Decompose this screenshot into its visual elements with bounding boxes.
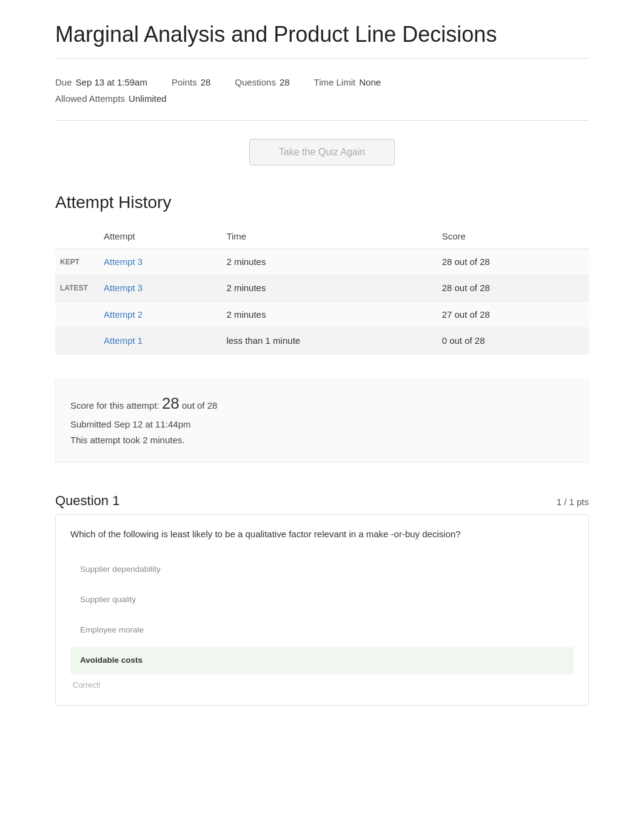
attempt-time: 2 minutes — [226, 249, 441, 275]
meta-due: Due Sep 13 at 1:59am — [55, 76, 147, 90]
score-number: 28 — [162, 394, 179, 412]
attempt-badge: KEPT — [55, 249, 104, 275]
score-summary: Score for this attempt: 28 out of 28 Sub… — [55, 379, 589, 463]
attempt-score: 27 out of 28 — [442, 301, 589, 328]
submitted-line: Submitted Sep 12 at 11:44pm — [70, 418, 574, 432]
attempt-link[interactable]: Attempt 2 — [104, 309, 143, 320]
attempt-link-cell[interactable]: Attempt 3 — [104, 275, 226, 302]
meta-questions: Questions 28 — [235, 76, 289, 90]
question-block: Question 1 1 / 1 pts Which of the follow… — [55, 485, 589, 706]
attempt-badge: LATEST — [55, 275, 104, 302]
due-value: Sep 13 at 1:59am — [76, 76, 147, 90]
page-title: Marginal Analysis and Product Line Decis… — [55, 18, 589, 59]
correct-badge: Correct! — [70, 679, 574, 691]
answer-option: Supplier quality — [70, 586, 574, 613]
question-header: Question 1 1 / 1 pts — [55, 485, 589, 514]
table-row: Attempt 2 2 minutes 27 out of 28 — [55, 301, 589, 328]
attempt-link[interactable]: Attempt 3 — [104, 283, 143, 293]
attempt-link-cell[interactable]: Attempt 3 — [104, 249, 226, 275]
meta-time-limit: Time Limit None — [314, 76, 381, 90]
meta-points: Points 28 — [172, 76, 210, 90]
points-value: 28 — [201, 76, 211, 90]
score-label: Score for this attempt: — [70, 400, 159, 411]
table-row: Attempt 1 less than 1 minute 0 out of 28 — [55, 328, 589, 355]
attempt-time: 2 minutes — [226, 275, 441, 302]
attempt-score: 28 out of 28 — [442, 249, 589, 275]
attempt-link-cell[interactable]: Attempt 1 — [104, 328, 226, 355]
take-quiz-button[interactable]: Take the Quiz Again — [249, 139, 395, 166]
answer-option: Supplier dependability — [70, 556, 574, 583]
attempt-history-table: Attempt Time Score KEPT Attempt 3 2 minu… — [55, 225, 589, 355]
time-limit-value: None — [359, 76, 381, 90]
attempt-score: 28 out of 28 — [442, 275, 589, 302]
time-limit-label: Time Limit — [314, 76, 356, 90]
allowed-attempts-value: Unlimited — [129, 92, 167, 106]
meta-row-2: Allowed Attempts Unlimited — [55, 92, 589, 106]
attempt-time: less than 1 minute — [226, 328, 441, 355]
table-header-row: Attempt Time Score — [55, 225, 589, 249]
col-badge — [55, 225, 104, 249]
take-quiz-section: Take the Quiz Again — [55, 139, 589, 166]
attempt-time: 2 minutes — [226, 301, 441, 328]
attempt-history-title: Attempt History — [55, 190, 589, 215]
attempt-badge — [55, 301, 104, 328]
meta-allowed-attempts: Allowed Attempts Unlimited — [55, 92, 167, 106]
table-row: KEPT Attempt 3 2 minutes 28 out of 28 — [55, 249, 589, 275]
table-row: LATEST Attempt 3 2 minutes 28 out of 28 — [55, 275, 589, 302]
col-attempt: Attempt — [104, 225, 226, 249]
col-score: Score — [442, 225, 589, 249]
question-pts: 1 / 1 pts — [557, 495, 589, 509]
meta-row-1: Due Sep 13 at 1:59am Points 28 Questions… — [55, 76, 589, 90]
meta-section: Due Sep 13 at 1:59am Points 28 Questions… — [55, 69, 589, 121]
col-time: Time — [226, 225, 441, 249]
question-body: Which of the following is least likely t… — [55, 514, 589, 706]
attempt-table-body: KEPT Attempt 3 2 minutes 28 out of 28 LA… — [55, 249, 589, 354]
due-label: Due — [55, 76, 72, 90]
questions-value: 28 — [280, 76, 290, 90]
question-title: Question 1 — [55, 491, 119, 511]
questions-container: Question 1 1 / 1 pts Which of the follow… — [55, 485, 589, 706]
attempt-badge — [55, 328, 104, 355]
allowed-attempts-label: Allowed Attempts — [55, 92, 125, 106]
attempt-link[interactable]: Attempt 1 — [104, 335, 143, 346]
score-line: Score for this attempt: 28 out of 28 — [70, 392, 574, 415]
answer-option: Avoidable costs — [70, 647, 574, 674]
question-text: Which of the following is least likely t… — [70, 527, 574, 542]
points-label: Points — [172, 76, 197, 90]
questions-label: Questions — [235, 76, 276, 90]
attempt-link-cell[interactable]: Attempt 2 — [104, 301, 226, 328]
score-out-of: out of 28 — [182, 400, 217, 411]
attempt-score: 0 out of 28 — [442, 328, 589, 355]
duration-line: This attempt took 2 minutes. — [70, 434, 574, 448]
page-container: Marginal Analysis and Product Line Decis… — [31, 0, 613, 762]
attempt-link[interactable]: Attempt 3 — [104, 257, 143, 267]
answer-option: Employee morale — [70, 617, 574, 643]
